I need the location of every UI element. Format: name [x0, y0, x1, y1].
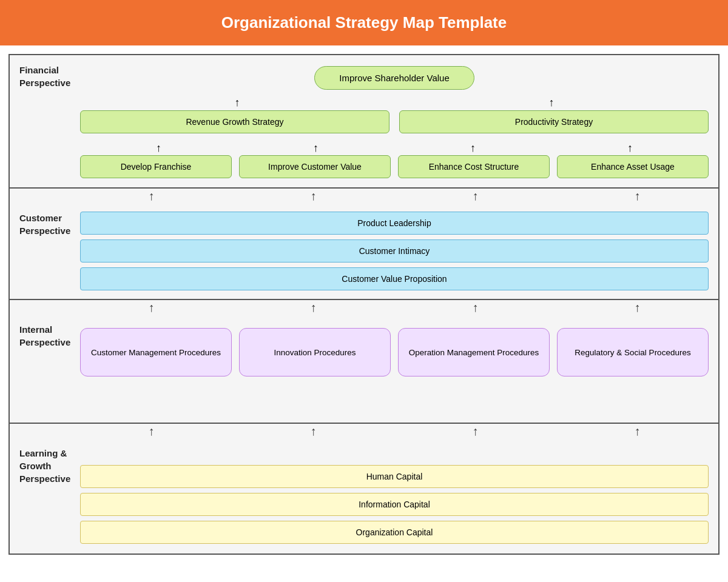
arrow-ecs: ↑ — [394, 142, 551, 154]
learning-content: Human Capital Information Capital Organi… — [80, 465, 709, 544]
page-title: Organizational Strategy Map Template — [221, 13, 507, 32]
internal-boxes: Customer Management Procedures Innovatio… — [80, 328, 709, 376]
strategy-map: Financial Perspective Improve Shareholde… — [8, 54, 720, 555]
revenue-growth-label: Revenue Growth Strategy — [80, 110, 389, 133]
organization-capital: Organization Capital — [80, 521, 709, 544]
customer-mgmt-proc: Customer Management Procedures — [80, 328, 232, 376]
customer-value-prop: Customer Value Proposition — [80, 267, 709, 290]
learning-section: Learning & Growth Perspective Human Capi… — [10, 438, 718, 554]
operation-mgmt-proc: Operation Management Procedures — [398, 328, 550, 376]
learning-label: Learning & Growth Perspective — [19, 447, 74, 485]
information-capital: Information Capital — [80, 493, 709, 516]
internal-section: Internal Perspective Customer Management… — [10, 315, 718, 424]
customer-label: Customer Perspective — [19, 212, 74, 237]
financial-section: Financial Perspective Improve Shareholde… — [10, 55, 718, 189]
customer-content: Product Leadership Customer Intimacy Cus… — [80, 212, 709, 290]
arrow-il-1: ↑ — [70, 425, 232, 437]
arrows-fin-cust: ↑ ↑ ↑ ↑ — [70, 189, 718, 203]
shareholder-oval: Improve Shareholder Value — [314, 66, 474, 90]
strategy-row: Revenue Growth Strategy Productivity Str… — [80, 110, 709, 138]
improve-customer-value: Improve Customer Value — [239, 155, 391, 178]
enhance-cost-structure: Enhance Cost Structure — [398, 155, 550, 178]
customer-section: Customer Perspective Product Leadership … — [10, 203, 718, 300]
arrows-to-oval: ↑ ↑ — [80, 96, 709, 109]
learning-bars: Human Capital Information Capital Organi… — [80, 465, 709, 544]
arrow-ci-1: ↑ — [70, 301, 232, 313]
arrow-eau: ↑ — [551, 142, 709, 154]
regulatory-social-proc: Regulatory & Social Procedures — [557, 328, 709, 376]
arrow-fc-1: ↑ — [70, 190, 232, 202]
arrow-fc-3: ↑ — [394, 190, 556, 202]
arrows-int-learn: ↑ ↑ ↑ ↑ — [70, 424, 718, 438]
revenue-group: Revenue Growth Strategy — [80, 110, 389, 138]
arrow-il-3: ↑ — [394, 425, 556, 437]
arrow-prod-to-oval: ↑ — [394, 96, 709, 109]
arrow-icv: ↑ — [237, 142, 394, 154]
internal-content: Customer Management Procedures Innovatio… — [80, 328, 709, 376]
arrows-cust-int: ↑ ↑ ↑ ↑ — [70, 300, 718, 315]
financial-label: Financial Perspective — [19, 64, 74, 89]
arrows-to-strategy: ↑ ↑ ↑ ↑ — [80, 142, 709, 154]
product-leadership: Product Leadership — [80, 212, 709, 235]
human-capital: Human Capital — [80, 465, 709, 488]
arrow-ci-2: ↑ — [232, 301, 394, 313]
arrow-fc-4: ↑ — [556, 190, 718, 202]
customer-intimacy: Customer Intimacy — [80, 239, 709, 263]
sub-items-row: Develop Franchise Improve Customer Value… — [80, 155, 709, 178]
arrow-il-2: ↑ — [232, 425, 394, 437]
arrow-il-4: ↑ — [556, 425, 718, 437]
arrow-ci-3: ↑ — [394, 301, 556, 313]
productivity-group: Productivity Strategy — [399, 110, 709, 138]
page-header: Organizational Strategy Map Template — [0, 0, 728, 45]
arrow-df: ↑ — [80, 142, 237, 154]
financial-content: Improve Shareholder Value ↑ ↑ Revenue Gr… — [80, 66, 709, 178]
productivity-label: Productivity Strategy — [399, 110, 709, 133]
innovation-proc: Innovation Procedures — [239, 328, 391, 376]
internal-label: Internal Perspective — [19, 323, 74, 349]
arrow-fc-2: ↑ — [232, 190, 394, 202]
arrow-rev-to-oval: ↑ — [80, 96, 394, 109]
develop-franchise: Develop Franchise — [80, 155, 232, 178]
shareholder-row: Improve Shareholder Value — [80, 66, 709, 90]
arrow-ci-4: ↑ — [556, 301, 718, 313]
enhance-asset-usage: Enhance Asset Usage — [557, 155, 709, 178]
